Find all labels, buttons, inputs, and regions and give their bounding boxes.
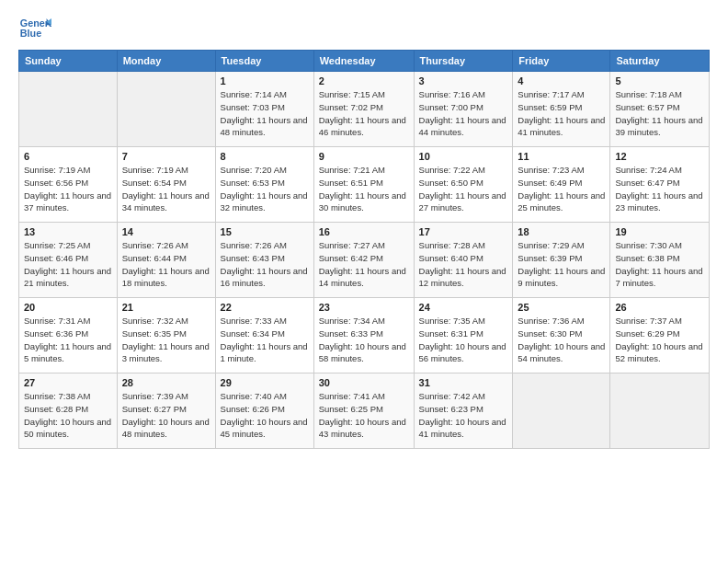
calendar-cell — [117, 72, 215, 147]
header-thursday: Thursday — [414, 51, 513, 72]
calendar-cell: 26Sunrise: 7:37 AMSunset: 6:29 PMDayligh… — [610, 298, 710, 373]
calendar-cell — [610, 373, 710, 449]
calendar-cell: 21Sunrise: 7:32 AMSunset: 6:35 PMDayligh… — [117, 298, 215, 373]
calendar-cell: 20Sunrise: 7:31 AMSunset: 6:36 PMDayligh… — [19, 298, 118, 373]
calendar-cell: 5Sunrise: 7:18 AMSunset: 6:57 PMDaylight… — [610, 72, 710, 147]
day-number: 9 — [319, 151, 409, 162]
day-number: 19 — [615, 226, 704, 237]
day-info: Sunrise: 7:22 AMSunset: 6:50 PMDaylight:… — [419, 164, 508, 214]
calendar-cell: 29Sunrise: 7:40 AMSunset: 6:26 PMDayligh… — [215, 373, 313, 449]
day-number: 24 — [419, 302, 508, 313]
day-info: Sunrise: 7:26 AMSunset: 6:44 PMDaylight:… — [122, 239, 210, 290]
calendar-cell: 31Sunrise: 7:42 AMSunset: 6:23 PMDayligh… — [414, 373, 513, 449]
calendar-cell: 3Sunrise: 7:16 AMSunset: 7:00 PMDaylight… — [414, 72, 513, 147]
calendar-cell: 1Sunrise: 7:14 AMSunset: 7:03 PMDaylight… — [215, 72, 313, 147]
day-info: Sunrise: 7:26 AMSunset: 6:43 PMDaylight:… — [221, 239, 309, 290]
day-number: 14 — [122, 226, 210, 237]
day-info: Sunrise: 7:32 AMSunset: 6:35 PMDaylight:… — [122, 315, 210, 365]
calendar-cell: 25Sunrise: 7:36 AMSunset: 6:30 PMDayligh… — [513, 298, 610, 373]
day-number: 28 — [122, 377, 210, 388]
day-number: 8 — [221, 151, 309, 162]
calendar-cell: 10Sunrise: 7:22 AMSunset: 6:50 PMDayligh… — [414, 147, 513, 223]
day-number: 15 — [221, 226, 309, 237]
day-info: Sunrise: 7:16 AMSunset: 7:00 PMDaylight:… — [419, 88, 508, 139]
calendar-cell: 27Sunrise: 7:38 AMSunset: 6:28 PMDayligh… — [19, 373, 118, 449]
day-info: Sunrise: 7:40 AMSunset: 6:26 PMDaylight:… — [221, 390, 309, 441]
calendar-cell: 23Sunrise: 7:34 AMSunset: 6:33 PMDayligh… — [313, 298, 414, 373]
calendar-cell: 22Sunrise: 7:33 AMSunset: 6:34 PMDayligh… — [215, 298, 313, 373]
day-number: 1 — [221, 75, 309, 86]
week-row-3: 13Sunrise: 7:25 AMSunset: 6:46 PMDayligh… — [19, 223, 710, 298]
day-info: Sunrise: 7:35 AMSunset: 6:31 PMDaylight:… — [419, 315, 508, 365]
day-info: Sunrise: 7:33 AMSunset: 6:34 PMDaylight:… — [221, 315, 309, 365]
calendar-cell: 9Sunrise: 7:21 AMSunset: 6:51 PMDaylight… — [313, 147, 414, 223]
day-info: Sunrise: 7:19 AMSunset: 6:54 PMDaylight:… — [122, 164, 210, 214]
day-number: 30 — [319, 377, 409, 388]
calendar-cell: 18Sunrise: 7:29 AMSunset: 6:39 PMDayligh… — [513, 223, 610, 298]
day-info: Sunrise: 7:39 AMSunset: 6:27 PMDaylight:… — [122, 390, 210, 441]
day-info: Sunrise: 7:27 AMSunset: 6:42 PMDaylight:… — [319, 239, 409, 290]
header-wednesday: Wednesday — [313, 51, 414, 72]
day-number: 21 — [122, 302, 210, 313]
day-number: 31 — [419, 377, 508, 388]
day-info: Sunrise: 7:20 AMSunset: 6:53 PMDaylight:… — [221, 164, 309, 214]
calendar-cell: 8Sunrise: 7:20 AMSunset: 6:53 PMDaylight… — [215, 147, 313, 223]
day-info: Sunrise: 7:37 AMSunset: 6:29 PMDaylight:… — [615, 315, 704, 365]
day-number: 27 — [24, 377, 112, 388]
day-info: Sunrise: 7:21 AMSunset: 6:51 PMDaylight:… — [319, 164, 409, 214]
day-info: Sunrise: 7:42 AMSunset: 6:23 PMDaylight:… — [419, 390, 508, 441]
day-info: Sunrise: 7:18 AMSunset: 6:57 PMDaylight:… — [615, 88, 704, 139]
calendar-table: SundayMondayTuesdayWednesdayThursdayFrid… — [18, 50, 710, 449]
day-number: 6 — [24, 151, 112, 162]
day-info: Sunrise: 7:25 AMSunset: 6:46 PMDaylight:… — [24, 239, 112, 290]
calendar-cell: 17Sunrise: 7:28 AMSunset: 6:40 PMDayligh… — [414, 223, 513, 298]
week-row-1: 1Sunrise: 7:14 AMSunset: 7:03 PMDaylight… — [19, 72, 710, 147]
day-info: Sunrise: 7:15 AMSunset: 7:02 PMDaylight:… — [319, 88, 409, 139]
calendar-cell — [513, 373, 610, 449]
day-info: Sunrise: 7:41 AMSunset: 6:25 PMDaylight:… — [319, 390, 409, 441]
calendar-cell: 7Sunrise: 7:19 AMSunset: 6:54 PMDaylight… — [117, 147, 215, 223]
calendar-cell: 11Sunrise: 7:23 AMSunset: 6:49 PMDayligh… — [513, 147, 610, 223]
header-tuesday: Tuesday — [215, 51, 313, 72]
day-number: 18 — [518, 226, 605, 237]
day-info: Sunrise: 7:36 AMSunset: 6:30 PMDaylight:… — [518, 315, 605, 365]
day-number: 7 — [122, 151, 210, 162]
header-monday: Monday — [117, 51, 215, 72]
calendar-cell: 16Sunrise: 7:27 AMSunset: 6:42 PMDayligh… — [313, 223, 414, 298]
calendar-cell: 12Sunrise: 7:24 AMSunset: 6:47 PMDayligh… — [610, 147, 710, 223]
day-number: 26 — [615, 302, 704, 313]
calendar-cell: 30Sunrise: 7:41 AMSunset: 6:25 PMDayligh… — [313, 373, 414, 449]
day-number: 5 — [615, 75, 704, 86]
day-number: 2 — [319, 75, 409, 86]
day-info: Sunrise: 7:34 AMSunset: 6:33 PMDaylight:… — [319, 315, 409, 365]
day-info: Sunrise: 7:24 AMSunset: 6:47 PMDaylight:… — [615, 164, 704, 214]
day-info: Sunrise: 7:14 AMSunset: 7:03 PMDaylight:… — [221, 88, 309, 139]
header-sunday: Sunday — [19, 51, 118, 72]
day-number: 29 — [221, 377, 309, 388]
day-number: 20 — [24, 302, 112, 313]
day-info: Sunrise: 7:29 AMSunset: 6:39 PMDaylight:… — [518, 239, 605, 290]
logo-icon: General Blue — [18, 15, 51, 40]
day-number: 4 — [518, 75, 605, 86]
page-header: General Blue — [18, 15, 710, 40]
day-info: Sunrise: 7:19 AMSunset: 6:56 PMDaylight:… — [24, 164, 112, 214]
week-row-2: 6Sunrise: 7:19 AMSunset: 6:56 PMDaylight… — [19, 147, 710, 223]
calendar-header-row: SundayMondayTuesdayWednesdayThursdayFrid… — [19, 51, 710, 72]
day-number: 12 — [615, 151, 704, 162]
calendar-cell: 19Sunrise: 7:30 AMSunset: 6:38 PMDayligh… — [610, 223, 710, 298]
svg-text:Blue: Blue — [20, 28, 41, 39]
day-info: Sunrise: 7:31 AMSunset: 6:36 PMDaylight:… — [24, 315, 112, 365]
day-number: 17 — [419, 226, 508, 237]
calendar-cell: 14Sunrise: 7:26 AMSunset: 6:44 PMDayligh… — [117, 223, 215, 298]
day-number: 3 — [419, 75, 508, 86]
day-number: 22 — [221, 302, 309, 313]
week-row-5: 27Sunrise: 7:38 AMSunset: 6:28 PMDayligh… — [19, 373, 710, 449]
calendar-cell: 24Sunrise: 7:35 AMSunset: 6:31 PMDayligh… — [414, 298, 513, 373]
logo: General Blue — [18, 15, 51, 40]
calendar-cell: 4Sunrise: 7:17 AMSunset: 6:59 PMDaylight… — [513, 72, 610, 147]
calendar-cell: 2Sunrise: 7:15 AMSunset: 7:02 PMDaylight… — [313, 72, 414, 147]
day-info: Sunrise: 7:28 AMSunset: 6:40 PMDaylight:… — [419, 239, 508, 290]
day-info: Sunrise: 7:30 AMSunset: 6:38 PMDaylight:… — [615, 239, 704, 290]
day-number: 10 — [419, 151, 508, 162]
day-number: 11 — [518, 151, 605, 162]
